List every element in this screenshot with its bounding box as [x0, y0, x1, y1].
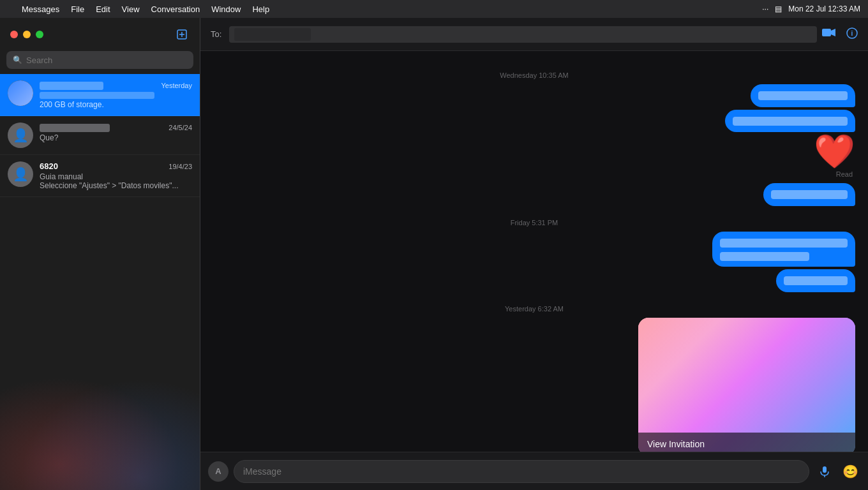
message-bubble	[776, 269, 855, 292]
conv-date: Yesterday	[161, 82, 192, 89]
sidebar-gradient	[0, 362, 200, 490]
timestamp: Yesterday 6:32 AM	[213, 305, 855, 313]
menu-edit[interactable]: Edit	[96, 4, 110, 14]
conv-name	[40, 80, 103, 90]
menu-file[interactable]: File	[71, 4, 84, 14]
search-input[interactable]	[26, 56, 187, 65]
app-container: 🔍 Yesterday	[0, 18, 868, 490]
message-bubble	[712, 232, 855, 267]
message-row: View Invitation	[213, 318, 855, 452]
timestamp: Friday 5:31 PM	[213, 219, 855, 226]
conv-preview: Guia manual	[40, 172, 192, 181]
message-bubble	[751, 84, 855, 107]
search-bar: 🔍	[6, 51, 193, 69]
conversation-item[interactable]: 👤 24/5/24 Que?	[0, 116, 200, 155]
message-bubble	[725, 110, 855, 133]
message-row	[213, 84, 855, 107]
conv-name	[40, 122, 110, 132]
compose-button[interactable]	[174, 27, 190, 42]
video-call-icon[interactable]	[822, 27, 836, 41]
conversation-item[interactable]: 👤 6820 19/4/23 Guia manual Seleccione "A…	[0, 155, 200, 197]
chat-area: To: i	[200, 18, 868, 490]
message-input[interactable]	[243, 466, 800, 477]
conv-content: Yesterday 200 GB of storage.	[40, 80, 192, 109]
conversation-item[interactable]: Yesterday 200 GB of storage.	[0, 74, 200, 116]
conv-date: 19/4/23	[168, 163, 192, 170]
wifi-icon: ▤	[775, 4, 782, 13]
datetime: Mon 22 Jul 12:33 AM	[788, 4, 860, 13]
to-label: To:	[211, 29, 221, 39]
sidebar: 🔍 Yesterday	[0, 18, 200, 490]
svg-rect-3	[822, 29, 831, 36]
message-input-field[interactable]	[234, 460, 809, 483]
messages-area[interactable]: Wednesday 10:35 AM ❤️ Read	[200, 51, 868, 452]
search-icon: 🔍	[13, 56, 22, 64]
apps-button[interactable]: A	[208, 461, 228, 482]
invitation-card[interactable]: View Invitation	[638, 318, 855, 452]
svg-marker-4	[831, 29, 835, 36]
message-bubble	[763, 183, 855, 206]
avatar: 👤	[8, 161, 33, 187]
invitation-image	[638, 318, 855, 433]
avatar: 👤	[8, 122, 33, 148]
conv-name: 6820	[40, 161, 58, 171]
conversation-list: Yesterday 200 GB of storage. 👤	[0, 74, 200, 362]
invitation-label: View Invitation	[638, 433, 855, 452]
message-row	[213, 183, 855, 206]
header-actions: i	[822, 27, 858, 41]
message-row	[213, 232, 855, 267]
minimize-button[interactable]	[23, 31, 31, 38]
audio-button[interactable]	[814, 461, 835, 482]
apps-icon: A	[215, 466, 221, 476]
menu-bar: Messages File Edit View Conversation Win…	[0, 0, 868, 18]
message-row	[213, 269, 855, 292]
message-row: ❤️	[213, 135, 855, 168]
info-icon[interactable]: i	[846, 27, 858, 41]
to-field[interactable]	[229, 26, 817, 43]
emoji-button[interactable]: 😊	[840, 461, 860, 482]
timestamp: Wednesday 10:35 AM	[213, 71, 855, 79]
chat-header: To: i	[200, 18, 868, 51]
read-status: Read	[213, 170, 855, 178]
conv-preview-2: 200 GB of storage.	[40, 100, 192, 109]
menu-conversation[interactable]: Conversation	[151, 4, 200, 14]
message-row	[213, 110, 855, 133]
conv-date: 24/5/24	[168, 124, 192, 131]
menu-window[interactable]: Window	[211, 4, 241, 14]
emoji-icon: 😊	[842, 464, 858, 479]
conv-preview: Que?	[40, 133, 192, 142]
zoom-button[interactable]	[36, 31, 43, 38]
conv-preview	[40, 91, 192, 100]
traffic-lights	[10, 31, 43, 38]
sidebar-header	[0, 18, 200, 51]
heart-emoji: ❤️	[814, 135, 855, 168]
conv-content: 24/5/24 Que?	[40, 122, 192, 142]
conv-content: 6820 19/4/23 Guia manual Seleccione "Aju…	[40, 161, 192, 190]
menu-view[interactable]: View	[122, 4, 140, 14]
avatar	[8, 80, 33, 106]
svg-rect-7	[823, 466, 827, 473]
to-value	[234, 28, 311, 41]
person-icon: 👤	[13, 167, 29, 182]
person-icon: 👤	[13, 128, 29, 143]
menubar-right: ··· ▤ Mon 22 Jul 12:33 AM	[762, 4, 860, 13]
close-button[interactable]	[10, 31, 18, 38]
svg-text:i: i	[851, 30, 853, 37]
input-bar: A 😊	[200, 452, 868, 490]
conv-preview-2: Seleccione "Ajustes" > "Datos moviles"..…	[40, 181, 192, 190]
menu-messages[interactable]: Messages	[22, 4, 59, 14]
menu-help[interactable]: Help	[252, 4, 269, 14]
menu-dots: ···	[762, 4, 768, 13]
